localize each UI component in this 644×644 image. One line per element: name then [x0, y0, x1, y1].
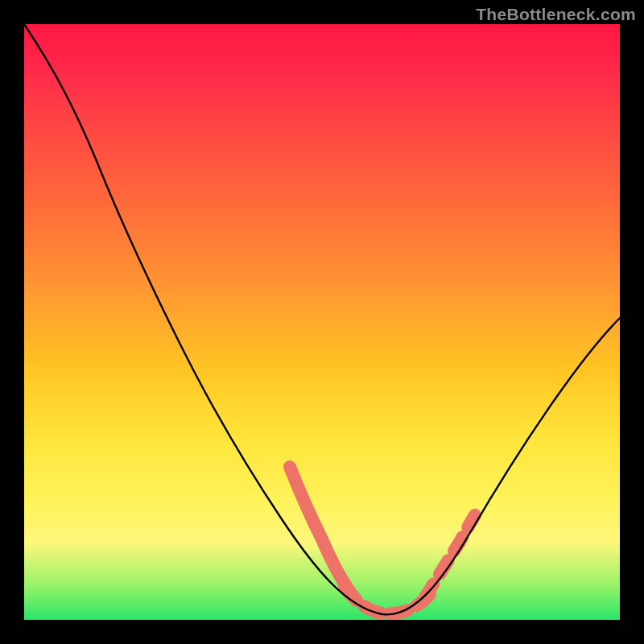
plot-area [24, 24, 620, 620]
curve-svg [24, 24, 620, 620]
chart-frame: TheBottleneck.com [0, 0, 644, 644]
highlight-right [425, 515, 475, 597]
highlight-left [290, 467, 354, 597]
watermark-text: TheBottleneck.com [476, 5, 636, 24]
